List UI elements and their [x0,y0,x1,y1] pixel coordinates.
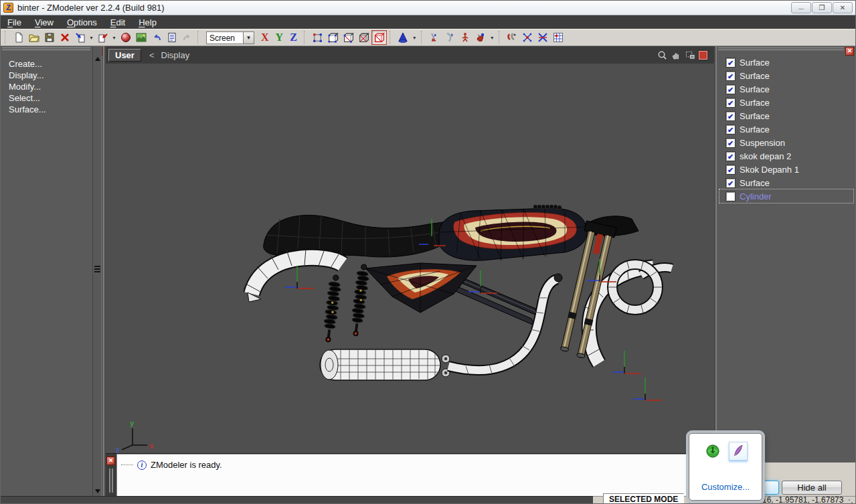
redo-button[interactable] [179,30,195,45]
resize-grip[interactable] [848,499,854,504]
tool-menu-item[interactable]: Select... [9,92,46,104]
right-panel-close-button[interactable] [845,47,854,56]
detach-tool-button[interactable] [427,30,442,45]
toolbar-grip[interactable] [390,31,393,44]
toolbar-grip[interactable] [304,31,307,44]
visibility-checkbox[interactable] [726,98,735,107]
objects-mode-button[interactable] [356,30,371,45]
maximize-view-button[interactable] [699,51,707,60]
customize-link[interactable]: Customize... [689,482,762,492]
visibility-checkbox[interactable] [726,179,735,187]
import-dropdown[interactable] [88,30,95,45]
zoom-tool-button[interactable] [657,50,668,60]
open-file-button[interactable] [26,30,41,45]
break-weld-button[interactable] [535,30,551,45]
info-icon [137,460,147,470]
create-primitive-button[interactable] [396,30,411,45]
save-button[interactable] [41,30,57,45]
scene-object-row[interactable]: Surface [719,69,853,82]
close-button[interactable] [833,2,853,13]
panel-drag-handle[interactable] [718,48,844,50]
weld-vertices-icon [522,32,533,43]
visibility-checkbox[interactable] [726,125,735,134]
pan-tool-button[interactable] [671,50,682,60]
undo-button[interactable] [149,30,164,45]
view-mode-dropdown-icon[interactable] [243,31,254,44]
menu-item[interactable]: Options [64,17,105,28]
left-panel-scrollbar[interactable] [92,46,102,496]
minimize-button[interactable] [791,2,811,13]
feather-pen-tray-item[interactable] [729,442,748,460]
toolbar-grip[interactable] [499,31,502,44]
visibility-checkbox[interactable] [726,85,735,94]
magnet-tool-button[interactable] [505,30,520,45]
viewport-back-arrow[interactable]: < [149,50,155,60]
menu-item[interactable]: Help [136,17,165,28]
visibility-checkbox[interactable] [726,152,735,161]
scene-object-row[interactable]: Surface [719,176,853,189]
visibility-checkbox[interactable] [726,192,735,201]
download-manager-tray-item[interactable] [703,442,722,460]
polygons-mode-button[interactable] [341,30,356,45]
edges-mode-icon [327,32,339,44]
vertices-mode-button[interactable] [310,30,325,45]
tool-menu-item[interactable]: Display... [9,70,46,81]
tool-menu-item[interactable]: Surface... [9,104,46,115]
scroll-down-icon[interactable] [95,489,100,493]
material-sphere-button[interactable] [118,30,133,45]
viewport-tab-user[interactable]: User [108,49,141,62]
tool-menu-item[interactable]: Create... [9,58,46,70]
skeleton-tool-button[interactable] [458,30,473,45]
scene-object-row[interactable]: skok depan 2 [719,149,853,163]
axis-toggle[interactable]: Y [276,31,284,44]
import-button[interactable] [72,30,88,45]
toolbar-grip[interactable] [421,31,424,44]
edges-mode-button[interactable] [325,30,341,45]
export-dropdown[interactable] [110,30,118,45]
new-file-button[interactable] [11,30,26,45]
toolbar-grip[interactable] [197,31,201,44]
view-mode-select[interactable]: Screen [206,31,254,44]
axis-toggle[interactable]: Z [290,31,297,44]
axis-toggle[interactable]: X [261,31,269,44]
scene-object-row[interactable]: Surface [719,96,853,109]
panel-drag-handle[interactable] [2,48,90,50]
notes-button[interactable] [164,30,179,45]
bend-tool-button[interactable] [442,30,458,45]
scene-object-row[interactable]: Cylinder [719,189,853,203]
surfaces-mode-button[interactable] [371,30,387,45]
scene-object-row[interactable]: Surface [719,109,853,122]
status-drag-grip[interactable] [109,469,113,493]
tool-menu-item[interactable]: Modify... [9,81,46,92]
skin-dropdown[interactable] [489,30,496,45]
scene-object-row[interactable]: Skok Depanh 1 [719,163,853,176]
visibility-checkbox[interactable] [726,72,735,80]
visibility-checkbox[interactable] [726,139,735,147]
snap-grid-button[interactable] [551,30,566,45]
visibility-checkbox[interactable] [726,58,735,67]
region-zoom-button[interactable] [685,50,696,60]
restore-button[interactable] [812,2,832,13]
visibility-checkbox[interactable] [726,165,735,174]
export-button[interactable] [95,30,110,45]
status-close-button[interactable] [106,456,115,465]
scene-object-row[interactable]: Suspension [719,136,853,149]
menu-item[interactable]: View [32,17,62,28]
visibility-checkbox[interactable] [726,112,735,120]
menu-item[interactable]: File [5,17,29,28]
toolbar-grip[interactable] [5,31,8,44]
scene-object-row[interactable]: Surface [719,122,853,136]
scene-object-row[interactable]: Surface [719,56,853,69]
primitive-dropdown[interactable] [411,30,418,45]
scroll-grip-icon[interactable] [94,266,100,272]
skin-tool-button[interactable] [473,30,489,45]
status-message-box: ZModeler is ready. [116,454,714,497]
weld-vertices-button[interactable] [520,30,535,45]
viewport-canvas[interactable]: y x z [106,64,714,453]
scroll-up-icon[interactable] [95,57,100,61]
scene-object-row[interactable]: Surface [719,82,853,96]
hide-all-button[interactable]: Hide all [782,481,842,495]
menu-item[interactable]: Edit [108,17,133,28]
delete-button[interactable] [57,30,72,45]
texture-browser-button[interactable] [133,30,149,45]
